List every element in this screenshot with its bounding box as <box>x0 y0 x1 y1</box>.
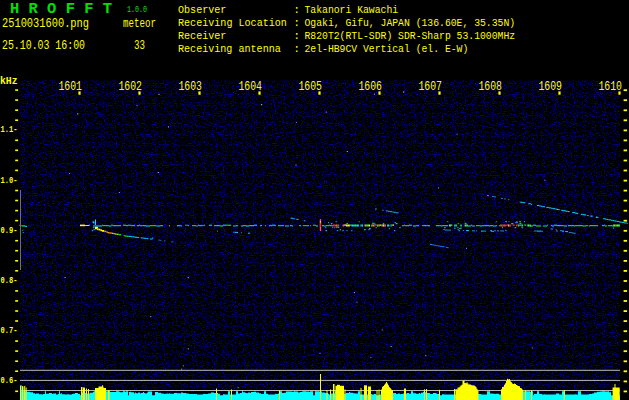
svg-text:2el-HB9CV Vertical (el. E-W): 2el-HB9CV Vertical (el. E-W) <box>305 42 469 55</box>
svg-text:1605: 1605 <box>299 80 323 94</box>
svg-text:kHz: kHz <box>0 76 18 87</box>
svg-text::: : <box>293 29 300 42</box>
svg-text:1601: 1601 <box>59 80 83 94</box>
svg-text:H R O F F T: H R O F F T <box>10 1 112 17</box>
svg-text:0.9-: 0.9- <box>1 226 18 236</box>
svg-text:1609: 1609 <box>539 80 563 94</box>
svg-text:Receiver: Receiver <box>178 29 226 42</box>
svg-text:1.0.0: 1.0.0 <box>127 5 147 15</box>
svg-text:0.8-: 0.8- <box>1 276 18 286</box>
svg-text:25.10.03 16:00: 25.10.03 16:00 <box>2 39 85 53</box>
svg-text:0.7-: 0.7- <box>1 326 18 336</box>
svg-text::: : <box>293 42 300 55</box>
svg-text:2510031600.png: 2510031600.png <box>2 17 89 31</box>
svg-text:R820T2(RTL-SDR) SDR-Sharp 53.1: R820T2(RTL-SDR) SDR-Sharp 53.1000MHz <box>305 29 516 42</box>
svg-text::: : <box>293 3 300 16</box>
svg-text:1602: 1602 <box>119 80 143 94</box>
svg-text:1606: 1606 <box>359 80 383 94</box>
svg-text:1604: 1604 <box>239 80 263 94</box>
svg-text:Receiving Location: Receiving Location <box>178 16 287 29</box>
svg-text:1607: 1607 <box>419 80 443 94</box>
svg-text:1610: 1610 <box>599 80 623 94</box>
svg-text:Receiving antenna: Receiving antenna <box>178 42 281 55</box>
svg-text:1.0-: 1.0- <box>1 176 18 186</box>
svg-text:Observer: Observer <box>178 3 226 16</box>
svg-text:meteor: meteor <box>123 17 156 31</box>
svg-text:1.1-: 1.1- <box>1 125 18 135</box>
svg-text::: : <box>293 16 300 29</box>
svg-text:0.6-: 0.6- <box>1 376 18 386</box>
svg-text:1603: 1603 <box>179 80 203 94</box>
svg-text:33: 33 <box>134 39 145 53</box>
svg-text:Takanori Kawachi: Takanori Kawachi <box>305 3 399 16</box>
svg-text:Ogaki, Gifu, JAPAN (136.60E, 3: Ogaki, Gifu, JAPAN (136.60E, 35.35N) <box>305 16 516 29</box>
svg-text:1608: 1608 <box>479 80 503 94</box>
